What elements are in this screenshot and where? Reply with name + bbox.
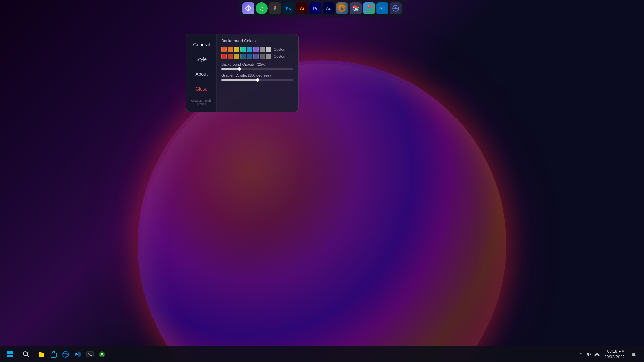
gradient-angle-section: Gradient Angle: (180 degrees): [221, 73, 293, 81]
start-button[interactable]: [3, 347, 17, 362]
color-swatch-1-8[interactable]: [266, 47, 271, 52]
svg-rect-8: [7, 351, 10, 354]
svg-point-3: [342, 7, 344, 8]
clock-time: 08:18 PM: [604, 349, 625, 354]
svg-rect-10: [7, 355, 10, 357]
opacity-slider-track[interactable]: [221, 68, 293, 70]
bg-colors-title: Background Colors:: [221, 39, 293, 43]
gradient-angle-label: Gradient Angle: (180 degrees): [221, 73, 293, 77]
app-icon-terminal[interactable]: [390, 2, 402, 14]
svg-point-12: [23, 352, 28, 356]
nav-about[interactable]: About: [188, 67, 215, 81]
color-swatch-1-1[interactable]: [221, 47, 227, 52]
system-clock[interactable]: 08:18 PM 20/02/2022: [603, 349, 626, 360]
color-swatch-2-7[interactable]: [260, 54, 265, 59]
taskbar-file-explorer[interactable]: [36, 349, 47, 360]
color-swatch-1-3[interactable]: [234, 47, 239, 52]
gradient-slider-thumb[interactable]: [256, 78, 259, 82]
sidebar-nav: General Style About Close Creator: nites…: [186, 34, 217, 112]
color-swatch-1-5[interactable]: [247, 47, 252, 52]
color-swatch-2-3[interactable]: [234, 54, 239, 59]
svg-rect-11: [10, 355, 13, 357]
svg-line-13: [27, 355, 29, 357]
opacity-slider-fill: [221, 68, 239, 70]
opacity-label: Background Opacity: (25%): [221, 62, 293, 66]
app-icon-maps[interactable]: 📍: [363, 2, 375, 14]
taskbar-left: [3, 347, 34, 362]
settings-popup: General Style About Close Creator: nites…: [186, 34, 299, 112]
nav-style[interactable]: Style: [188, 53, 215, 66]
color-swatch-1-2[interactable]: [228, 47, 233, 52]
svg-rect-15: [51, 353, 56, 357]
taskbar-right: ^ 08:18 PM 20/02/2022: [578, 347, 641, 362]
tray-volume[interactable]: [586, 351, 592, 358]
settings-content: Background Colors: Custom Custom: [217, 34, 298, 112]
taskbar-terminal[interactable]: [85, 349, 95, 360]
svg-point-16: [63, 351, 69, 357]
color-swatch-1-6[interactable]: [253, 47, 259, 52]
tray-network[interactable]: [594, 351, 600, 358]
tray-show-hidden[interactable]: ^: [578, 351, 584, 358]
app-icon-books[interactable]: 📚: [350, 2, 362, 14]
svg-point-5: [395, 7, 397, 9]
color-row-1: Custom: [221, 47, 293, 52]
notification-button[interactable]: [629, 347, 639, 362]
nav-close[interactable]: Close: [188, 82, 215, 96]
color-row-2: Custom: [221, 54, 293, 59]
app-icon-photoshop[interactable]: Ps: [282, 2, 294, 14]
color-swatch-2-4[interactable]: [240, 54, 246, 59]
color-swatch-1-4[interactable]: [240, 47, 246, 52]
system-tray: ^: [578, 351, 600, 358]
search-button[interactable]: [19, 347, 34, 362]
app-icon-aftereffects[interactable]: Ae: [323, 2, 335, 14]
app-icon-premiere[interactable]: Pr: [309, 2, 321, 14]
color-swatch-1-7[interactable]: [260, 47, 265, 52]
app-icon-blender[interactable]: [336, 2, 348, 14]
taskbar-store[interactable]: [48, 349, 59, 360]
svg-point-21: [596, 355, 597, 356]
app-icon-linear[interactable]: [242, 2, 254, 14]
opacity-slider-thumb[interactable]: [238, 67, 241, 71]
svg-rect-17: [87, 352, 93, 357]
svg-marker-20: [587, 352, 589, 356]
app-icon-illustrator[interactable]: Ai: [296, 2, 308, 14]
custom-label-1: Custom: [274, 47, 286, 51]
opacity-section: Background Opacity: (25%): [221, 62, 293, 70]
color-swatch-2-1[interactable]: [221, 54, 227, 59]
app-icon-figma[interactable]: [269, 2, 281, 14]
color-swatch-2-6[interactable]: [253, 54, 259, 59]
custom-label-2: Custom: [274, 54, 286, 58]
app-icon-vscode[interactable]: [376, 2, 388, 14]
top-taskbar: ♫ Ps Ai Pr Ae 📚 📍: [239, 0, 405, 17]
color-swatch-2-2[interactable]: [228, 54, 233, 59]
desktop-background: [0, 0, 644, 362]
svg-rect-14: [39, 354, 44, 356]
clock-date: 20/02/2022: [604, 354, 625, 360]
taskbar-vscode[interactable]: [72, 349, 83, 360]
app-icon-spotify[interactable]: ♫: [256, 2, 268, 14]
svg-rect-9: [10, 351, 13, 354]
creator-label: Creator: nitesh-prasad: [186, 96, 216, 108]
color-swatch-2-8[interactable]: [266, 54, 271, 59]
taskbar-edge[interactable]: [60, 349, 71, 360]
gradient-slider-track[interactable]: [221, 79, 293, 81]
taskbar-xbox[interactable]: [97, 349, 107, 360]
color-swatch-2-5[interactable]: [247, 54, 252, 59]
nav-general[interactable]: General: [188, 38, 215, 51]
taskbar-center: [36, 349, 107, 360]
gradient-slider-fill: [221, 79, 258, 81]
bottom-taskbar: ^ 08:18 PM 20/02/2022: [0, 346, 644, 362]
